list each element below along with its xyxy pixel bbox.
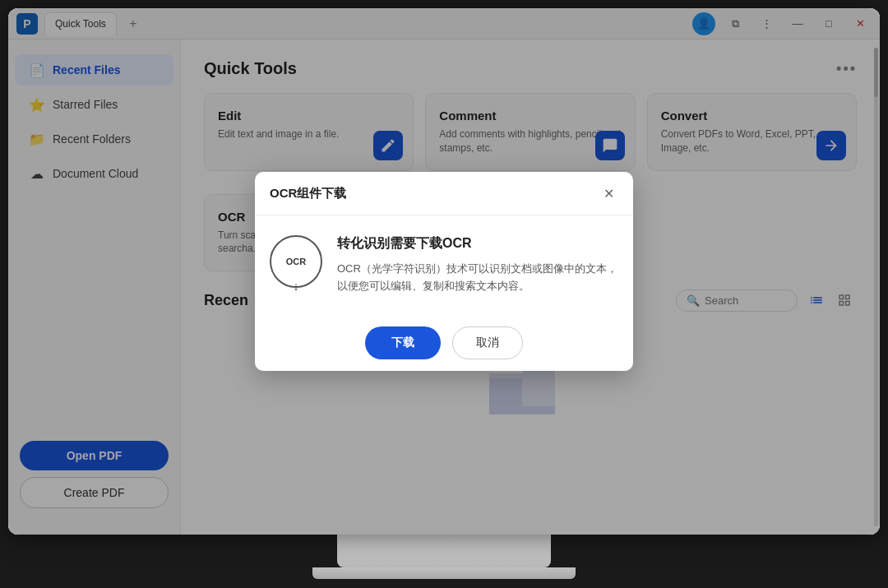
ocr-icon: OCR ↓	[270, 235, 322, 288]
ocr-download-modal: OCR组件下载 ✕ OCR ↓ 转化识别需要下载OCR OCR（光学字符识	[255, 172, 633, 371]
modal-text: 转化识别需要下载OCR OCR（光学字符识别）技术可以识别文档或图像中的文本，以…	[337, 235, 618, 295]
monitor-base	[312, 567, 576, 579]
modal-header: OCR组件下载 ✕	[255, 172, 633, 215]
download-button[interactable]: 下载	[365, 326, 441, 359]
modal-overlay: OCR组件下载 ✕ OCR ↓ 转化识别需要下载OCR OCR（光学字符识	[8, 8, 880, 535]
modal-title: OCR组件下载	[270, 186, 346, 201]
cancel-button[interactable]: 取消	[452, 326, 523, 359]
modal-footer: 下载 取消	[255, 315, 633, 371]
modal-body: OCR ↓ 转化识别需要下载OCR OCR（光学字符识别）技术可以识别文档或图像…	[255, 215, 633, 315]
monitor-stand	[337, 535, 551, 567]
modal-close-button[interactable]: ✕	[599, 183, 618, 203]
ocr-download-arrow: ↓	[294, 280, 299, 293]
